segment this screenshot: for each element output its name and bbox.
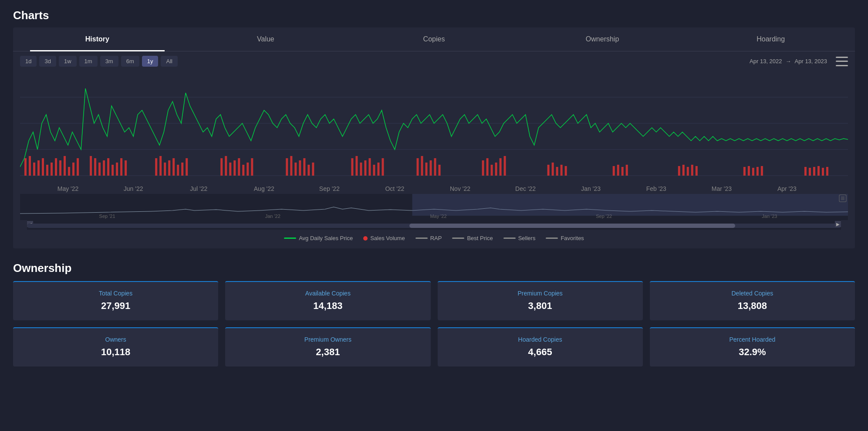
svg-rect-31 (177, 165, 179, 176)
svg-rect-38 (238, 158, 240, 176)
tab-history[interactable]: History (13, 27, 182, 51)
time-btn-3d[interactable]: 3d (39, 56, 56, 67)
stat-total-copies-value: 27,991 (22, 300, 209, 312)
svg-rect-36 (229, 163, 231, 176)
svg-rect-91 (817, 166, 820, 176)
svg-rect-74 (613, 166, 615, 176)
time-btn-1w[interactable]: 1w (59, 56, 77, 67)
svg-rect-40 (247, 163, 249, 176)
svg-rect-93 (826, 167, 828, 176)
svg-rect-18 (94, 158, 96, 176)
svg-rect-83 (743, 167, 746, 176)
svg-rect-77 (626, 165, 628, 176)
sellers-line-icon (503, 238, 516, 239)
svg-rect-46 (303, 158, 305, 176)
svg-rect-67 (500, 158, 502, 176)
controls-bar: 1d 3d 1w 1m 3m 6m 1y All Apr 13, 2022 → … (13, 51, 855, 71)
tab-hoarding[interactable]: Hoarding (686, 27, 855, 51)
svg-rect-63 (482, 160, 484, 176)
legend-rap-label: RAP (430, 235, 442, 241)
svg-rect-79 (682, 165, 685, 176)
svg-rect-50 (355, 156, 358, 176)
time-btn-6m[interactable]: 6m (121, 56, 139, 67)
page-title: Charts (13, 9, 855, 22)
time-btn-1d[interactable]: 1d (20, 56, 37, 67)
svg-rect-82 (696, 166, 698, 176)
svg-rect-35 (225, 156, 227, 176)
svg-rect-39 (242, 165, 244, 176)
tab-ownership[interactable]: Ownership (518, 27, 687, 51)
stat-hoarded-copies-label: Hoarded Copies (446, 336, 634, 343)
chart-tabs: History Value Copies Ownership Hoarding (13, 27, 855, 51)
svg-rect-42 (286, 158, 288, 176)
stat-premium-copies: Premium Copies 3,801 (438, 281, 643, 320)
svg-rect-10 (51, 163, 53, 176)
page-container: Charts History Value Copies Ownership Ho… (0, 0, 868, 375)
time-btn-1y[interactable]: 1y (142, 56, 159, 67)
svg-text:May '22: May '22 (57, 185, 79, 192)
stat-premium-owners: Premium Owners 2,381 (225, 327, 430, 367)
scroll-thumb[interactable] (409, 224, 735, 228)
chart-area: May '22 Jun '22 Jul '22 Aug '22 Sep '22 … (13, 71, 855, 230)
scrollbar[interactable]: ◀ ▶ (27, 220, 841, 230)
svg-rect-14 (68, 167, 70, 176)
svg-rect-87 (761, 166, 763, 176)
tab-value[interactable]: Value (182, 27, 350, 51)
legend-sales-volume-label: Sales Volume (370, 235, 405, 241)
svg-text:Sep '21: Sep '21 (99, 214, 115, 219)
ownership-title: Ownership (13, 261, 855, 275)
svg-rect-51 (360, 163, 362, 176)
svg-rect-30 (172, 158, 175, 176)
svg-rect-76 (621, 167, 624, 176)
svg-rect-28 (164, 163, 166, 176)
stat-deleted-copies-label: Deleted Copies (659, 290, 846, 297)
svg-rect-60 (429, 160, 432, 176)
svg-rect-59 (425, 163, 427, 176)
svg-rect-17 (90, 156, 92, 176)
favorites-line-icon (546, 238, 558, 239)
svg-rect-90 (813, 167, 815, 176)
svg-rect-15 (72, 163, 74, 176)
legend-favorites: Favorites (546, 235, 584, 241)
stat-percent-hoarded: Percent Hoarded 32.9% (650, 327, 855, 367)
svg-rect-43 (290, 156, 292, 176)
svg-rect-4 (24, 158, 27, 176)
svg-rect-44 (294, 163, 297, 176)
legend-sellers: Sellers (503, 235, 536, 241)
svg-text:Jul '22: Jul '22 (190, 185, 207, 192)
svg-rect-11 (55, 158, 57, 176)
svg-text:Nov '22: Nov '22 (450, 185, 470, 192)
svg-rect-75 (617, 165, 619, 176)
charts-section: History Value Copies Ownership Hoarding … (13, 27, 855, 248)
time-btn-1m[interactable]: 1m (79, 56, 98, 67)
date-arrow: → (786, 58, 791, 64)
legend-best-price: Best Price (452, 235, 493, 241)
svg-rect-85 (752, 168, 754, 176)
svg-rect-29 (168, 160, 170, 176)
avg-price-line-icon (284, 238, 296, 239)
legend-avg-price-label: Avg Daily Sales Price (299, 235, 353, 241)
svg-rect-47 (307, 165, 310, 176)
svg-rect-66 (495, 163, 497, 176)
ownership-section: Ownership Total Copies 27,991 Available … (13, 261, 855, 367)
svg-rect-61 (434, 158, 436, 176)
svg-rect-58 (421, 156, 423, 176)
svg-rect-13 (64, 156, 66, 176)
mini-chart: Sep '21 Jan '22 May '22 Sep '22 Jan '23 (20, 194, 848, 220)
chart-menu-icon[interactable] (836, 57, 848, 66)
date-range: Apr 13, 2022 → Apr 13, 2023 (750, 57, 848, 66)
svg-text:Aug '22: Aug '22 (254, 185, 274, 192)
svg-rect-37 (233, 160, 236, 176)
svg-rect-92 (822, 168, 824, 176)
scroll-right-arrow[interactable]: ▶ (835, 221, 841, 227)
svg-rect-25 (125, 160, 127, 176)
tab-copies[interactable]: Copies (350, 27, 518, 51)
legend-sellers-label: Sellers (518, 235, 536, 241)
svg-rect-64 (486, 158, 489, 176)
svg-rect-56 (382, 158, 384, 176)
scroll-track[interactable] (27, 224, 841, 228)
stat-premium-owners-label: Premium Owners (234, 336, 422, 343)
time-btn-3m[interactable]: 3m (100, 56, 118, 67)
time-btn-all[interactable]: All (161, 56, 177, 67)
svg-rect-69 (547, 165, 550, 176)
